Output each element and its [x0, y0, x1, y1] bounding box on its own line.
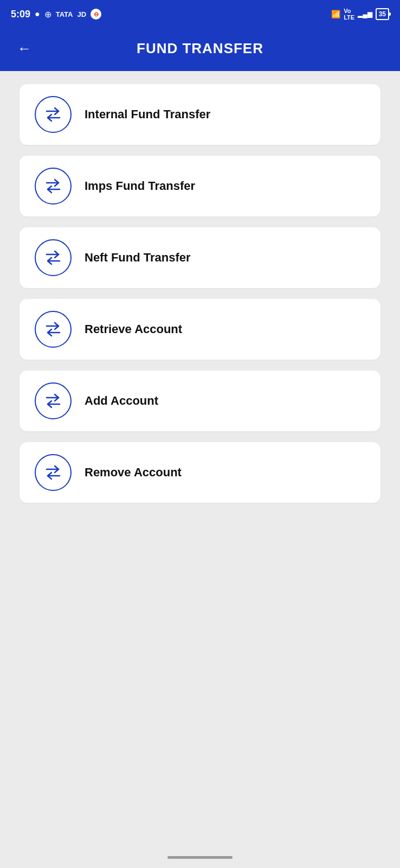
- status-bar: 5:09 ● ⊕ TATA JD ⊖ 📶 VoLTE ▂▄▆ 35: [0, 0, 400, 28]
- menu-item-add-account[interactable]: Add Account: [20, 371, 380, 431]
- main-content: Internal Fund Transfer Imps Fund Transfe…: [0, 71, 400, 846]
- menu-item-retrieve-account[interactable]: Retrieve Account: [20, 299, 380, 360]
- app-header: ← FUND TRANSFER: [0, 28, 400, 71]
- bottom-bar: [0, 846, 400, 868]
- status-time: 5:09: [11, 9, 30, 20]
- transfer-icon-add-account: [35, 382, 72, 419]
- menu-item-neft-fund-transfer[interactable]: Neft Fund Transfer: [20, 227, 380, 288]
- metro-icon: ⊖: [91, 9, 101, 20]
- transfer-icon-internal-fund-transfer: [35, 96, 72, 133]
- home-indicator: [167, 856, 233, 859]
- battery-indicator: 35: [376, 8, 389, 20]
- menu-label-add-account: Add Account: [85, 394, 158, 408]
- back-button[interactable]: ←: [13, 38, 36, 59]
- transfer-icon-neft-fund-transfer: [35, 239, 72, 276]
- menu-item-internal-fund-transfer[interactable]: Internal Fund Transfer: [20, 84, 380, 145]
- volte-icon: VoLTE: [344, 8, 354, 21]
- menu-item-imps-fund-transfer[interactable]: Imps Fund Transfer: [20, 156, 380, 216]
- wifi-icon: 📶: [331, 10, 340, 18]
- status-left: 5:09 ● ⊕ TATA JD ⊖: [11, 9, 101, 20]
- menu-label-imps-fund-transfer: Imps Fund Transfer: [85, 179, 195, 193]
- menu-label-retrieve-account: Retrieve Account: [85, 322, 182, 336]
- page-title: FUND TRANSFER: [0, 40, 400, 57]
- menu-label-neft-fund-transfer: Neft Fund Transfer: [85, 251, 191, 265]
- signal-icon: ▂▄▆: [358, 10, 372, 18]
- menu-label-internal-fund-transfer: Internal Fund Transfer: [85, 107, 210, 122]
- transfer-icon-imps-fund-transfer: [35, 168, 72, 205]
- whatsapp-icon: ●: [35, 9, 40, 19]
- globe-icon: ⊕: [44, 9, 51, 20]
- transfer-icon-retrieve-account: [35, 311, 72, 348]
- tataplay-icon: TATA: [56, 10, 73, 18]
- transfer-icon-remove-account: [35, 454, 72, 491]
- status-right: 📶 VoLTE ▂▄▆ 35: [331, 8, 389, 21]
- menu-label-remove-account: Remove Account: [85, 465, 182, 480]
- menu-item-remove-account[interactable]: Remove Account: [20, 442, 380, 503]
- jio-icon: JD: [77, 10, 86, 18]
